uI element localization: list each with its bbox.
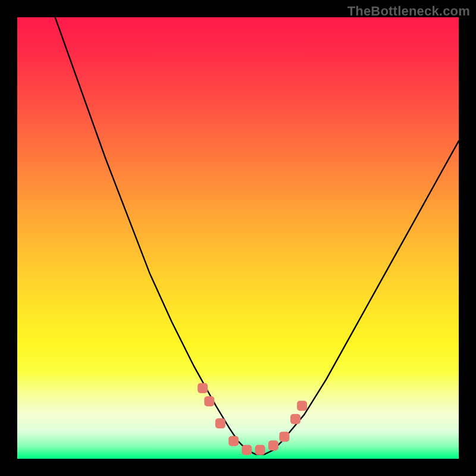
curve-marker bbox=[204, 396, 214, 406]
curve-marker bbox=[215, 418, 226, 428]
curve-path bbox=[17, 17, 459, 455]
plot-area bbox=[17, 17, 459, 459]
curve-marker bbox=[228, 436, 239, 446]
curve-marker bbox=[268, 440, 278, 450]
watermark-text: TheBottleneck.com bbox=[347, 4, 470, 19]
curve-marker bbox=[297, 401, 307, 411]
curve-marker bbox=[242, 445, 252, 455]
curve-marker bbox=[290, 414, 300, 424]
chart-svg bbox=[17, 17, 459, 459]
curve-marker bbox=[198, 383, 208, 393]
marker-group bbox=[198, 383, 307, 455]
curve-marker bbox=[255, 445, 265, 455]
curve-marker bbox=[279, 431, 289, 441]
chart-frame: TheBottleneck.com bbox=[0, 0, 476, 476]
